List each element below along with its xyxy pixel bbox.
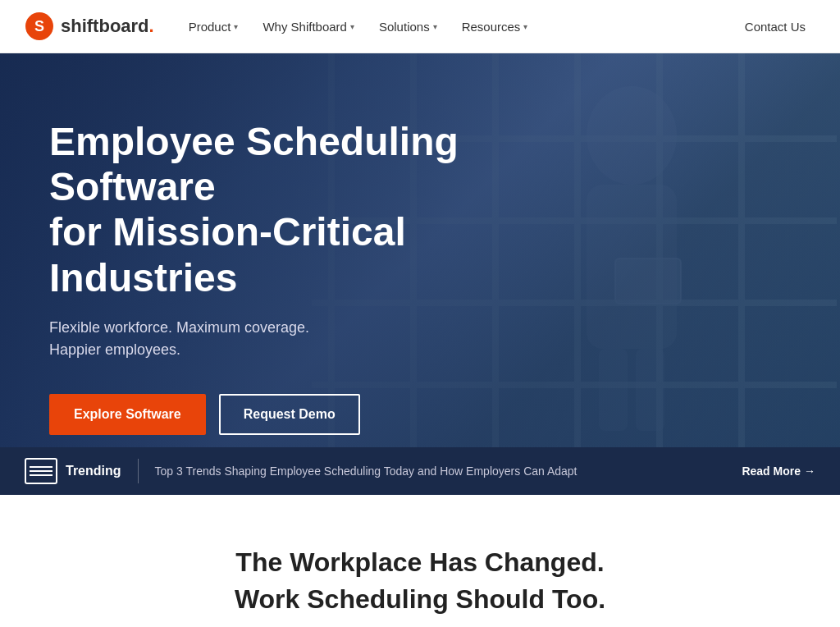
chevron-down-icon: ▾ [350, 22, 354, 31]
chevron-down-icon: ▾ [234, 22, 238, 31]
nav-product[interactable]: Product ▾ [179, 13, 249, 40]
trending-bar: Trending Top 3 Trends Shaping Employee S… [0, 447, 840, 495]
icon-line [30, 470, 52, 472]
explore-software-button[interactable]: Explore Software [49, 394, 206, 435]
logo-icon: S [25, 11, 54, 41]
main-section: The Workplace Has Changed. Work Scheduli… [0, 495, 840, 627]
icon-line [30, 466, 52, 468]
trending-text: Top 3 Trends Shaping Employee Scheduling… [155, 465, 726, 478]
chevron-down-icon: ▾ [433, 22, 437, 31]
section-title: The Workplace Has Changed. Work Scheduli… [25, 544, 815, 618]
chevron-down-icon: ▾ [523, 22, 527, 31]
hero-buttons: Explore Software Request Demo [49, 394, 459, 435]
trending-icon [25, 458, 57, 484]
request-demo-button[interactable]: Request Demo [219, 394, 360, 435]
navbar: S shiftboard. Product ▾ Why Shiftboard ▾… [0, 0, 840, 53]
nav-contact[interactable]: Contact Us [735, 13, 815, 40]
hero-content: Employee Scheduling Software for Mission… [0, 53, 509, 447]
hero-subtitle: Flexible workforce. Maximum coverage. Ha… [49, 317, 459, 361]
logo[interactable]: S shiftboard. [25, 11, 154, 41]
trending-divider [138, 459, 139, 483]
nav-solutions[interactable]: Solutions ▾ [369, 13, 447, 40]
trending-badge: Trending [25, 458, 121, 484]
nav-why-shiftboard[interactable]: Why Shiftboard ▾ [253, 13, 364, 40]
logo-wordmark: shiftboard. [61, 16, 154, 37]
nav-links: Product ▾ Why Shiftboard ▾ Solutions ▾ R… [179, 13, 815, 40]
svg-text:S: S [34, 18, 44, 34]
trending-label: Trending [66, 464, 121, 478]
icon-line [30, 474, 52, 476]
hero-title: Employee Scheduling Software for Mission… [49, 119, 459, 300]
nav-resources[interactable]: Resources ▾ [452, 13, 538, 40]
hero-section: Employee Scheduling Software for Mission… [0, 53, 840, 447]
read-more-link[interactable]: Read More → [742, 465, 815, 478]
